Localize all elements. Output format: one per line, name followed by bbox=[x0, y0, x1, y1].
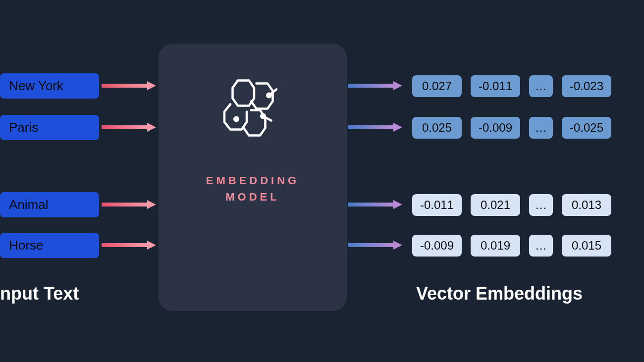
input-text: Paris bbox=[9, 120, 38, 135]
embed-ellipsis: … bbox=[529, 235, 553, 257]
embedding-row: -0.011 0.021 … 0.013 bbox=[412, 194, 611, 216]
svg-rect-0 bbox=[102, 84, 147, 88]
embed-value: 0.015 bbox=[562, 235, 611, 257]
embed-value: -0.009 bbox=[412, 235, 462, 257]
svg-point-10 bbox=[234, 117, 238, 121]
embed-value: 0.021 bbox=[471, 194, 520, 216]
embed-value: 0.025 bbox=[412, 117, 462, 139]
svg-rect-15 bbox=[348, 125, 393, 129]
svg-rect-6 bbox=[102, 243, 147, 247]
svg-rect-17 bbox=[348, 203, 393, 207]
arrow-out-icon bbox=[348, 81, 402, 90]
embed-value: 0.027 bbox=[412, 75, 462, 97]
embed-value: -0.011 bbox=[471, 75, 520, 97]
arrow-in-icon bbox=[102, 241, 156, 250]
brain-circuit-icon bbox=[215, 73, 290, 143]
arrow-in-icon bbox=[102, 123, 156, 132]
arrow-in-icon bbox=[102, 81, 156, 90]
embed-value: -0.009 bbox=[471, 117, 520, 139]
arrow-out-icon bbox=[348, 123, 402, 132]
input-section-label: nput Text bbox=[0, 283, 79, 304]
output-section-label: Vector Embeddings bbox=[416, 283, 583, 304]
model-label: EMBEDDING MODEL bbox=[206, 172, 299, 205]
svg-marker-16 bbox=[393, 123, 402, 132]
svg-marker-18 bbox=[393, 200, 402, 209]
embed-ellipsis: … bbox=[529, 75, 553, 97]
input-text: Horse bbox=[9, 238, 43, 253]
input-text: New York bbox=[9, 78, 63, 93]
arrow-in-icon bbox=[102, 200, 156, 209]
input-box-horse: Horse bbox=[0, 233, 99, 258]
svg-marker-20 bbox=[393, 241, 402, 250]
svg-marker-7 bbox=[147, 241, 156, 250]
embedding-row: 0.025 -0.009 … -0.025 bbox=[412, 117, 611, 139]
svg-rect-2 bbox=[102, 125, 147, 129]
embed-value: 0.019 bbox=[471, 235, 520, 257]
embed-ellipsis: … bbox=[529, 194, 553, 216]
diagram-canvas: New York Paris Animal Horse bbox=[0, 0, 644, 362]
arrow-out-icon bbox=[348, 200, 402, 209]
svg-rect-19 bbox=[348, 243, 393, 247]
svg-rect-4 bbox=[102, 203, 147, 207]
input-box-new-york: New York bbox=[0, 73, 99, 99]
arrow-out-icon bbox=[348, 241, 402, 250]
input-box-animal: Animal bbox=[0, 192, 99, 217]
embed-value: -0.023 bbox=[562, 75, 611, 97]
svg-marker-5 bbox=[147, 200, 156, 209]
embedding-row: 0.027 -0.011 … -0.023 bbox=[412, 75, 611, 97]
embedding-row: -0.009 0.019 … 0.015 bbox=[412, 235, 611, 257]
svg-marker-1 bbox=[147, 81, 156, 90]
embed-value: -0.025 bbox=[562, 117, 611, 139]
svg-rect-13 bbox=[348, 84, 393, 88]
svg-marker-3 bbox=[147, 123, 156, 132]
embed-value: 0.013 bbox=[562, 194, 611, 216]
embed-ellipsis: … bbox=[529, 117, 553, 139]
input-text: Animal bbox=[9, 197, 48, 212]
svg-marker-14 bbox=[393, 81, 402, 90]
model-label-line2: MODEL bbox=[225, 191, 279, 203]
embedding-model-box: EMBEDDING MODEL bbox=[159, 44, 347, 311]
embed-value: -0.011 bbox=[412, 194, 462, 216]
model-label-line1: EMBEDDING bbox=[206, 174, 299, 187]
input-box-paris: Paris bbox=[0, 115, 99, 140]
